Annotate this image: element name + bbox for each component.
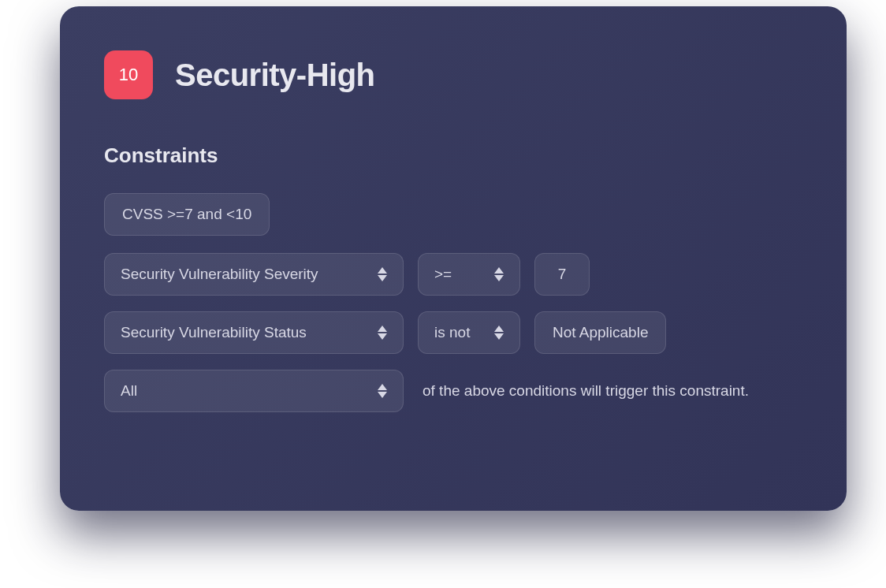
rule2-field-label: Security Vulnerability Status xyxy=(121,324,307,341)
rule2-value-label: Not Applicable xyxy=(553,324,648,341)
sort-icon xyxy=(494,326,504,340)
rule-row-2: Security Vulnerability Status is not Not… xyxy=(104,311,802,354)
constraint-tag-label: CVSS >=7 and <10 xyxy=(122,206,251,223)
logic-mode-select[interactable]: All xyxy=(104,370,404,412)
rule1-operator-select[interactable]: >= xyxy=(418,253,520,296)
rule1-value-label: 7 xyxy=(558,266,567,283)
sort-icon xyxy=(378,326,387,340)
rule1-operator-label: >= xyxy=(434,266,452,283)
sort-icon xyxy=(494,267,504,281)
rule2-operator-label: is not xyxy=(434,324,470,341)
badge-number: 10 xyxy=(119,65,138,85)
section-title: Constraints xyxy=(104,143,802,168)
constraint-tag-row: CVSS >=7 and <10 xyxy=(104,193,802,236)
constraint-tag[interactable]: CVSS >=7 and <10 xyxy=(104,193,270,236)
priority-badge: 10 xyxy=(104,50,153,99)
rule1-value-input[interactable]: 7 xyxy=(534,253,590,296)
rule1-field-select[interactable]: Security Vulnerability Severity xyxy=(104,253,404,296)
rule1-field-label: Security Vulnerability Severity xyxy=(121,266,318,283)
sort-icon xyxy=(378,267,387,281)
rule2-field-select[interactable]: Security Vulnerability Status xyxy=(104,311,404,354)
rule2-value-input[interactable]: Not Applicable xyxy=(534,311,666,354)
logic-mode-label: All xyxy=(121,382,137,400)
rule-row-1: Security Vulnerability Severity >= 7 xyxy=(104,253,802,296)
constraints-card: 10 Security-High Constraints CVSS >=7 an… xyxy=(60,6,847,511)
sort-icon xyxy=(378,384,387,398)
logic-trailing-text: of the above conditions will trigger thi… xyxy=(423,382,749,400)
logic-row: All of the above conditions will trigger… xyxy=(104,370,802,412)
card-title: Security-High xyxy=(175,58,375,93)
card-header: 10 Security-High xyxy=(104,50,802,99)
rule2-operator-select[interactable]: is not xyxy=(418,311,520,354)
